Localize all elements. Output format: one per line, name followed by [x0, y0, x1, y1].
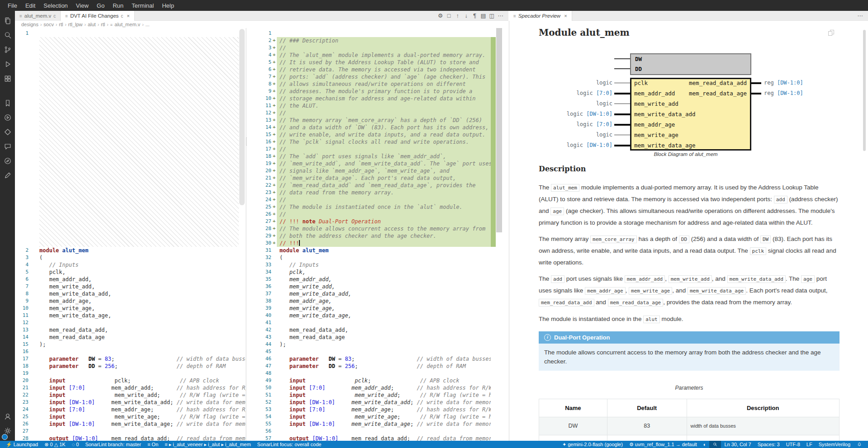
code-line[interactable]: 4 // Inputs [15, 261, 246, 269]
code-line[interactable]: 6+// retrieve data. The memory is access… [247, 66, 491, 73]
code-line[interactable]: 10+// storage mechanism for address and … [247, 95, 491, 102]
code-line[interactable]: 23 input [DW-1:0] mem_write_data_add; //… [15, 399, 246, 406]
code-line[interactable]: 3( [15, 254, 246, 261]
code-line[interactable]: 2+// ### Description [247, 37, 491, 44]
code-line[interactable]: 5+// It is used by the Address Lookup Ta… [247, 59, 491, 66]
statusbar-goto-line[interactable]: Ln 30, Col 7 [721, 441, 754, 448]
statusbar-sonarlint-toggle[interactable]: ≡ On [144, 441, 161, 448]
code-line[interactable]: 17 parameter DW = 83; // width of data b… [15, 355, 246, 363]
code-line[interactable]: 55 input [DW-1:0] mem_write_data_age; //… [247, 420, 491, 428]
code-line[interactable]: 1 [247, 30, 491, 37]
comments-icon[interactable] [0, 139, 15, 154]
code-line[interactable]: 38 mem_addr_age, [247, 297, 491, 305]
code-line[interactable]: 42 mem_read_data_add, [247, 326, 491, 334]
statusbar-notifications-bell[interactable] [854, 441, 865, 448]
statusbar-language-mode[interactable]: SystemVerilog [816, 441, 854, 448]
breadcrumb-item[interactable]: ... [144, 22, 150, 27]
code-line[interactable]: 10 mem_write_age, [15, 305, 246, 312]
code-line[interactable]: 40 mem_write_data_age, [247, 312, 491, 319]
code-line[interactable]: 24+// [247, 196, 491, 203]
code-line[interactable]: 26+// [247, 211, 491, 218]
code-line[interactable]: 23+// data read from the memory array. [247, 189, 491, 196]
tab-alut-mem-v[interactable]: ≡alut_mem.vc [15, 11, 61, 21]
code-line[interactable]: 25 input mem_write_age; // R/W flag (wri… [15, 413, 246, 420]
code-line[interactable]: 15+// write enable, and write data input… [247, 131, 491, 138]
statusbar-launchpad-button[interactable]: ⚡ Launchpad [3, 441, 41, 448]
code-line[interactable]: 8 mem_write_data_add, [15, 290, 246, 297]
close-icon[interactable]: × [127, 13, 129, 19]
code-line[interactable]: 13+// The memory array `mem_core_array` … [247, 117, 491, 124]
tab-specador-preview[interactable]: ≡Specador Preview× [509, 11, 572, 21]
previous-change-icon[interactable]: ↑ [453, 11, 462, 21]
code-line[interactable]: 41 [247, 319, 491, 326]
code-line[interactable]: 37 mem_write_data_add, [247, 290, 491, 297]
code-line[interactable]: 57 output [DW-1:0] mem_read_data_add; //… [247, 435, 491, 441]
code-line[interactable]: 9+// addresses. The module's primary fun… [247, 88, 491, 95]
code-line[interactable]: 3+// [247, 44, 491, 52]
code-line[interactable]: 21+// `mem_write_data_age`. Each port's … [247, 174, 491, 182]
code-line[interactable]: 24 input [7:0] mem_addr_age; // hash add… [15, 406, 246, 413]
code-line[interactable]: 19+// `mem_write_add`, and `mem_write_da… [247, 160, 491, 167]
menu-item-help[interactable]: Help [158, 0, 178, 11]
statusbar-ai-model[interactable]: ✦ gemini-2.0-flash (google) [559, 441, 626, 448]
breadcrumb-item[interactable]: rtl [58, 22, 64, 27]
menu-item-run[interactable]: Run [109, 0, 128, 11]
code-line[interactable]: 1 [15, 30, 246, 37]
map-icon[interactable]: ▤ [479, 11, 488, 21]
code-line[interactable]: 14+// and a data width of `DW` (83). Eac… [247, 124, 491, 131]
breadcrumb-item[interactable]: rtl_lpw [67, 22, 84, 27]
code-line[interactable]: 30+// !!! [247, 240, 491, 247]
diff-original-pane[interactable]: 12module alut_mem3(4 // Inputs5 pclk,6 m… [15, 28, 246, 441]
code-line[interactable]: 11 mem_write_data_age, [15, 312, 246, 319]
code-line[interactable]: 29+// both the address checker and the a… [247, 232, 491, 240]
gear-icon[interactable]: ⚙ [436, 11, 445, 21]
menu-item-terminal[interactable]: Terminal [128, 0, 158, 11]
next-change-icon[interactable]: ↓ [462, 11, 470, 21]
breadcrumb[interactable]: designs›socv›rtl›rtl_lpw›alut›rtl›≡ alut… [15, 21, 508, 28]
code-line[interactable]: 47 parameter DD = 256; // depth of RAM [247, 363, 491, 370]
code-line[interactable]: 4+// The `alut_mem` module implements a … [247, 52, 491, 59]
code-line[interactable]: 56 [247, 428, 491, 435]
code-line[interactable]: 33 // Inputs [247, 261, 491, 269]
breadcrumb-item[interactable]: rtl [100, 22, 106, 27]
code-line[interactable]: 2module alut_mem [15, 247, 246, 254]
menu-item-selection[interactable]: Selection [39, 0, 71, 11]
source-control-icon[interactable] [0, 42, 15, 57]
code-line[interactable]: 28 output [DW-1:0] mem_read_data_add; //… [15, 435, 246, 441]
extensions-icon[interactable] [0, 71, 15, 86]
menu-item-view[interactable]: View [72, 0, 93, 11]
account-icon[interactable] [0, 409, 15, 424]
breadcrumb-item[interactable]: socv [43, 22, 55, 27]
tab-dvt-ai-file-changes[interactable]: ≡DVT AI File Changesc× [61, 11, 134, 21]
code-line[interactable]: 27+// !!! note Dual-Port Operation [247, 218, 491, 225]
statusbar-sonarlint-focus[interactable]: SonarLint focus: overall code [254, 441, 325, 448]
code-line[interactable]: 51 input mem_write_add; // R/W flag (wri… [247, 391, 491, 399]
statusbar-sonarlint-branch[interactable]: SonarLint branch: master [82, 441, 144, 448]
code-line[interactable]: 14 mem_read_data_age [15, 334, 246, 341]
code-line[interactable]: 43 mem_read_data_age [247, 334, 491, 341]
code-line[interactable]: 12 [15, 319, 246, 326]
code-line[interactable]: 45 [247, 348, 491, 355]
code-line[interactable]: 36 mem_write_add, [247, 283, 491, 290]
code-line[interactable]: 54 input mem_write_age; // R/W flag (wri… [247, 413, 491, 420]
diff-modified-pane[interactable]: 12+// ### Description3+//4+// The `alut_… [247, 28, 491, 441]
menu-item-file[interactable]: File [4, 0, 21, 11]
statusbar-indentation[interactable]: Spaces: 3 [754, 441, 783, 448]
statusbar-search-status[interactable] [709, 441, 721, 448]
code-line[interactable]: 31module alut_mem [247, 247, 491, 254]
breadcrumb-item[interactable]: alut [87, 22, 97, 27]
files-icon[interactable] [0, 14, 15, 28]
preview-scrollbar[interactable] [863, 30, 866, 151]
code-line[interactable]: 52 input [DW-1:0] mem_write_data_add; //… [247, 399, 491, 406]
dvt-diamond-icon[interactable] [0, 125, 15, 139]
code-line[interactable]: 53 input [7:0] mem_addr_age; // hash add… [247, 406, 491, 413]
code-line[interactable]: 20+// signals like `mem_addr_age`, `mem_… [247, 167, 491, 174]
code-line[interactable]: 20 input pclk; // APB clock [15, 377, 246, 384]
whitespace-icon[interactable]: □ [445, 11, 453, 21]
code-line[interactable]: 19 [15, 370, 246, 377]
code-line[interactable]: 22+// `mem_read_data_add` and `mem_read_… [247, 182, 491, 189]
run-debug-icon[interactable] [0, 57, 15, 71]
code-line[interactable]: 34 pclk, [247, 269, 491, 276]
code-line[interactable]: 13 mem_read_data_add, [15, 326, 246, 334]
code-line[interactable]: 7+// ports: `add` (address checker) and … [247, 73, 491, 80]
